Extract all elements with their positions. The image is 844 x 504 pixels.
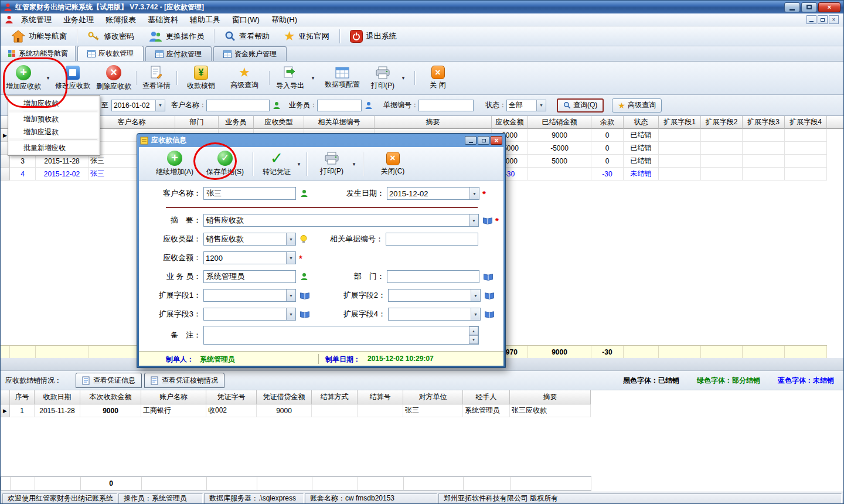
person-lookup-icon[interactable] [300, 189, 308, 197]
receivable-type-combo[interactable]: 销售应收款 ▼ [203, 233, 296, 246]
chevron-down-icon[interactable]: ▼ [286, 233, 295, 245]
menu-help[interactable]: 帮助(H) [266, 13, 303, 26]
mdi-restore-button[interactable] [818, 15, 828, 24]
chevron-down-icon[interactable]: ▼ [469, 335, 478, 344]
column-header[interactable]: 经手人 [463, 390, 510, 404]
related-doc-field[interactable] [386, 233, 478, 246]
dialog-minimize-button[interactable] [465, 136, 477, 145]
book-lookup-icon[interactable] [300, 311, 309, 318]
end-date-combo[interactable]: 2016-01-02 ▼ [111, 100, 165, 111]
close-tab-button[interactable]: × 关 闭 [421, 63, 454, 93]
person-lookup-icon[interactable] [365, 101, 373, 110]
chevron-down-icon[interactable]: ▼ [536, 100, 546, 111]
table-row[interactable]: ▶12015-11-289000工商银行收0029000张三系统管理员张三应收款 [1, 404, 591, 417]
column-header[interactable]: 状态 [624, 116, 659, 129]
menu-system[interactable]: 系统管理 [15, 13, 57, 26]
doc-no-filter-input[interactable] [418, 100, 474, 111]
dialog-print-dropdown-arrow[interactable]: ▾ [350, 149, 358, 179]
print-button[interactable]: 打印(P) [366, 63, 399, 93]
tab-payables[interactable]: 应付款管理 [145, 46, 212, 61]
dialog-close-button[interactable]: × [491, 136, 502, 145]
view-detail-button[interactable]: 查看详情 [138, 63, 175, 93]
dept-field[interactable] [387, 270, 479, 283]
chevron-down-icon[interactable]: ▼ [471, 308, 480, 320]
column-header[interactable]: 结算方式 [312, 390, 358, 404]
column-header[interactable]: 扩展字段3 [743, 116, 785, 129]
column-header[interactable]: 凭证字号 [206, 390, 257, 404]
delete-receivable-button[interactable]: 删除应收款 [93, 63, 134, 93]
chevron-down-icon[interactable]: ▼ [286, 252, 295, 264]
add-receivable-dropdown-arrow[interactable]: ▾ [44, 63, 52, 93]
remark-field[interactable] [203, 326, 479, 345]
chevron-down-icon[interactable]: ▼ [286, 290, 295, 301]
chevron-down-icon[interactable]: ▼ [469, 214, 478, 226]
column-header[interactable]: 序号 [10, 390, 35, 404]
column-header[interactable]: 收款日期 [35, 390, 80, 404]
menu-basedata[interactable]: 基础资料 [142, 13, 184, 26]
add-receivable-button[interactable]: 增加应收款 [3, 63, 44, 93]
dialog-titlebar[interactable]: 应收款信息 × [139, 134, 503, 147]
ext2-combo[interactable]: ▼ [388, 289, 481, 302]
switch-operator-button[interactable]: 更换操作员 [142, 28, 210, 45]
menu-tools[interactable]: 辅助工具 [184, 13, 226, 26]
maximize-button[interactable] [801, 2, 817, 12]
occur-date-combo[interactable]: 2015-12-02 ▼ [387, 187, 479, 200]
column-header[interactable]: 余款 [591, 116, 624, 129]
customer-filter-input[interactable] [206, 100, 270, 111]
chevron-down-icon[interactable]: ▼ [471, 290, 480, 301]
column-header[interactable]: 本次收款金额 [80, 390, 141, 404]
chevron-up-icon[interactable]: ▲ [469, 326, 478, 335]
post-voucher-dropdown-arrow[interactable]: ▾ [295, 149, 303, 179]
tab-receivables[interactable]: 应收款管理 [77, 46, 144, 61]
book-lookup-icon[interactable] [300, 292, 309, 299]
advanced-search-button[interactable]: ★ 高级查询 [226, 63, 263, 93]
salesman-filter-input[interactable] [317, 100, 362, 111]
chevron-down-icon[interactable]: ▼ [155, 100, 165, 111]
book-lookup-icon[interactable] [485, 311, 494, 318]
status-combo[interactable]: 全部 ▼ [506, 100, 546, 111]
column-header[interactable]: 相关单据编号 [304, 116, 375, 129]
book-lookup-icon[interactable] [485, 292, 494, 299]
chevron-down-icon[interactable]: ▼ [469, 188, 479, 199]
menu-window[interactable]: 窗口(W) [226, 13, 266, 26]
remark-scrollbar[interactable]: ▲ ▼ [469, 326, 478, 344]
chevron-down-icon[interactable]: ▼ [286, 308, 295, 320]
continue-add-button[interactable]: 继续增加(A) [153, 149, 196, 179]
ext4-combo[interactable]: ▼ [388, 308, 481, 321]
window-titlebar[interactable]: 红管家财务出纳记账系统【试用版】 V7.3.742 - [应收款管理] × [1, 1, 843, 13]
column-header[interactable]: 对方单位 [403, 390, 463, 404]
mdi-close-button[interactable]: × [829, 15, 839, 24]
column-header[interactable]: 凭证借贷金额 [257, 390, 312, 404]
save-document-button[interactable]: 保存单据(S) [203, 149, 247, 179]
column-header[interactable]: 部门 [175, 116, 219, 129]
advanced-query-button[interactable]: ★ 高级查询 [612, 98, 662, 113]
import-export-button[interactable]: 导入导出 [271, 63, 309, 93]
minimize-button[interactable] [784, 2, 800, 12]
ext1-combo[interactable]: ▼ [203, 289, 296, 302]
column-header[interactable]: 应收金额 [492, 116, 528, 129]
book-lookup-icon[interactable] [484, 273, 493, 281]
column-header[interactable]: 扩展字段1 [659, 116, 701, 129]
person-lookup-icon[interactable] [300, 273, 308, 281]
view-voucher-info-button[interactable]: 查看凭证信息 [76, 373, 142, 388]
summary-combo[interactable]: 销售应收款 ▼ [203, 214, 479, 227]
add-menu-item[interactable]: 增加应退款 [9, 125, 98, 138]
add-menu-item[interactable]: 批量新增应收 [9, 141, 98, 154]
column-header[interactable]: 结算号 [358, 390, 403, 404]
column-header[interactable] [1, 390, 10, 404]
ext3-combo[interactable]: ▼ [203, 308, 296, 321]
post-voucher-button[interactable]: ✓ 转记凭证 [258, 149, 295, 179]
column-header[interactable]: 应收类型 [254, 116, 304, 129]
customer-name-field[interactable] [203, 187, 296, 200]
column-header[interactable]: 客户名称 [89, 116, 175, 129]
person-lookup-icon[interactable] [273, 101, 281, 110]
dialog-maximize-button[interactable] [478, 136, 489, 145]
add-menu-item[interactable]: 增加预收款 [9, 113, 98, 125]
column-header[interactable]: 扩展字段2 [701, 116, 743, 129]
add-menu-item[interactable]: 增加应收款 [9, 97, 98, 110]
edit-receivable-button[interactable]: 修改应收款 [52, 63, 93, 93]
menu-business[interactable]: 业务处理 [57, 13, 100, 26]
close-button[interactable]: × [818, 2, 840, 12]
print-dropdown-arrow[interactable]: ▾ [399, 63, 407, 93]
nav-window-button[interactable]: 功能导航窗 [5, 28, 73, 45]
